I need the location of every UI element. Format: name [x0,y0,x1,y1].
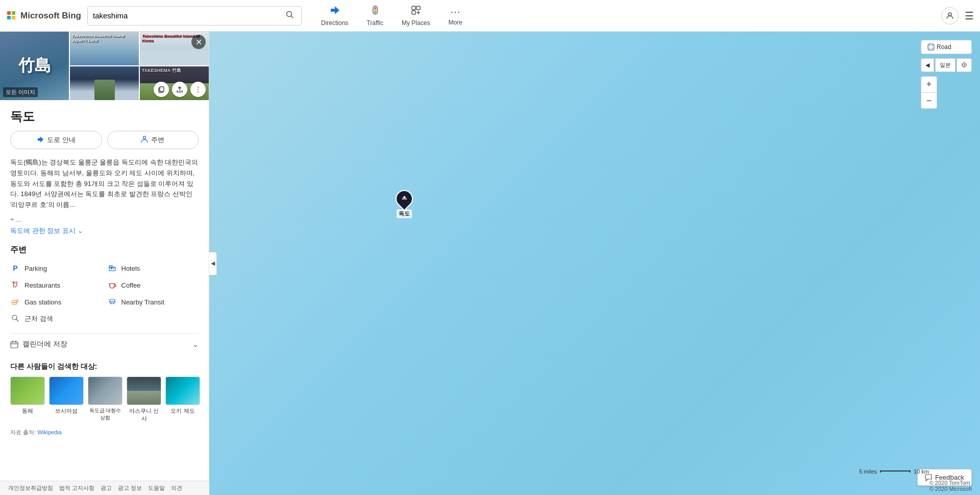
other-item-0[interactable]: 동해 [10,376,45,422]
road-view-button[interactable]: Road [921,40,972,54]
other-label-0: 동해 [22,407,33,415]
calendar-label: 캘린더에 저장 [22,340,67,349]
other-item-1[interactable]: 쓰시마섬 [49,376,84,422]
copyright-tomtom: © 2020 TomTom [929,480,972,486]
nav-more[interactable]: ⋯ More [439,6,471,26]
all-images-label: 모든 이미지 [3,87,38,97]
restaurant-icon [10,280,20,290]
other-item-4[interactable]: 오키 제도 [165,376,200,422]
nearby-hotels-label: Hotels [121,265,140,272]
footer-privacy[interactable]: 개인정보취급방침 [8,484,53,492]
calendar-header[interactable]: 캘린더에 저장 ⌄ [10,340,199,349]
road-icon [927,43,935,51]
location-icon [961,62,967,68]
image-more-button[interactable]: ⋮ [190,82,206,97]
image-top-mid[interactable]: Takeshima Beautiful Island Japan's Land [70,32,139,65]
search-button[interactable] [284,9,296,23]
user-icon-button[interactable] [941,7,959,25]
scale-bar: 5 miles 10 km [859,468,929,475]
svg-line-6 [291,16,293,18]
svg-point-21 [143,136,146,138]
search-input[interactable] [93,11,284,20]
show-info-button[interactable]: 독도에 관한 정보 표시 ⌄ [10,226,83,235]
other-item-3[interactable]: 야스쿠니 신사 [127,376,161,422]
nearby-btn-label: 주변 [151,135,164,145]
footer-legal[interactable]: 법적 고지사항 [59,484,94,492]
svg-rect-12 [412,6,415,10]
svg-point-11 [374,11,376,13]
footer: 개인정보취급방침 법적 고지사항 광고 광고 정보 도움말 의견 [0,481,209,495]
image-large[interactable]: 竹島 모든 이미지 [0,32,69,100]
nearby-parking[interactable]: P Parking [10,262,102,275]
show-info-label: 독도에 관한 정보 표시 [10,226,76,235]
footer-ad-info[interactable]: 광고 정보 [118,484,142,492]
nav-icons: Directions Traffic [312,5,472,27]
map-layer-chevron[interactable]: ◀ [921,58,934,72]
nearby-button[interactable]: 주변 [107,131,199,149]
my-places-icon [410,5,422,18]
share-icon [176,86,183,93]
other-thumb-2 [88,376,122,405]
menu-button[interactable]: ☰ [965,10,974,22]
map-layer-row: ◀ 일본 [921,58,972,72]
directions-button[interactable]: 도로 안내 [10,131,102,149]
footer-opinion[interactable]: 의견 [171,484,182,492]
more-label: More [448,19,462,26]
action-buttons: 도로 안내 주변 [10,131,199,149]
svg-line-39 [16,319,18,321]
svg-rect-13 [416,6,420,10]
zoom-controls: + − [921,76,972,109]
directions-btn-icon [37,136,44,145]
nearby-coffee[interactable]: Coffee [107,278,199,292]
image-share-button[interactable] [172,82,187,97]
map[interactable]: ◀ 독도 Road ◀ 일본 [209,32,980,495]
map-layer-label[interactable]: 일본 [935,58,955,72]
zoom-in-button[interactable]: + [921,76,937,92]
logo-area[interactable]: Microsoft Bing [6,10,81,21]
nearby-hotels[interactable]: Hotels [107,262,199,275]
footer-help[interactable]: 도움말 [148,484,165,492]
nearby-gas[interactable]: Gas stations [10,295,102,309]
nav-traffic[interactable]: Traffic [357,5,393,27]
nearby-parking-label: Parking [24,265,47,272]
svg-marker-7 [331,6,339,14]
sidebar: 竹島 모든 이미지 Takeshima Beautiful Island Jap… [0,32,209,495]
chevron-down-icon: ⌄ [78,227,83,234]
image-close-button[interactable]: ✕ [191,35,206,49]
nearby-transit-label: Nearby Transit [121,298,165,306]
others-grid: 동해 쓰시마섬 독도급 대형수상함 야스쿠니 신사 오키 제도 [10,376,199,422]
more-icon: ⋯ [450,6,460,18]
nav-directions[interactable]: Directions [312,5,357,27]
svg-point-51 [964,64,965,65]
nearby-search[interactable]: 근처 검색 [10,312,102,326]
pin-inner-icon [401,195,408,203]
nearby-search-icon [10,314,20,324]
show-more-link[interactable]: + ... [10,216,21,223]
image-bot-mid[interactable] [70,66,139,100]
svg-rect-2 [12,11,15,15]
nearby-restaurants-label: Restaurants [24,281,60,289]
footer-ads[interactable]: 광고 [101,484,112,492]
svg-rect-46 [928,44,930,46]
search-bar [87,6,302,26]
nearby-restaurants[interactable]: Restaurants [10,278,102,292]
svg-rect-31 [13,302,15,303]
nav-my-places[interactable]: My Places [393,5,439,27]
map-background [209,32,980,495]
map-controls: Road ◀ 일본 + − [921,40,972,109]
wikipedia-link[interactable]: Wikipedia [37,429,62,435]
user-icon [946,12,954,20]
other-item-2[interactable]: 독도급 대형수상함 [88,376,122,422]
copy-icon [158,86,165,93]
svg-rect-56 [925,475,932,479]
other-label-1: 쓰시마섬 [55,407,78,415]
image-copy-button[interactable] [154,82,169,97]
map-layer-location[interactable] [957,58,972,72]
map-toggle-button[interactable]: ◀ [209,252,217,275]
source-label: 자료 출처: [10,429,36,435]
nearby-transit[interactable]: Nearby Transit [107,295,199,309]
zoom-out-button[interactable]: − [921,92,937,109]
nearby-search-label: 근처 검색 [24,314,53,323]
place-title: 독도 [10,108,199,125]
svg-point-5 [287,11,292,16]
